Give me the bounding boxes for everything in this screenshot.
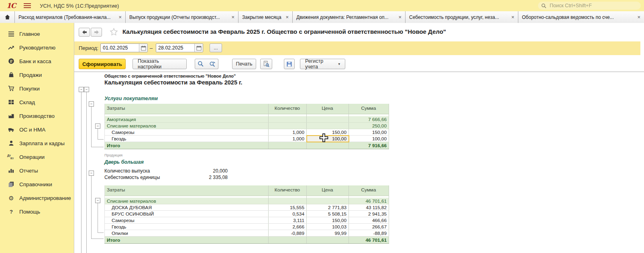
cell[interactable]: 15,555: [269, 204, 307, 211]
cell[interactable]: БРУС ОСИНОВЫЙ: [105, 211, 269, 217]
cell[interactable]: [269, 198, 307, 204]
collapse-group-door-button[interactable]: −: [89, 171, 94, 176]
cell[interactable]: Итого: [105, 237, 269, 244]
period-more-button[interactable]: ...: [210, 43, 222, 52]
tab-dvizheniya-dokumenta[interactable]: Движения документа: Регламентная оп... ×: [293, 11, 406, 23]
stat-value[interactable]: 20,000: [213, 168, 228, 174]
sidebar-item-zarplata-i-kadry[interactable]: Зарплата и кадры: [0, 136, 74, 150]
global-search[interactable]: [538, 2, 641, 10]
forward-button[interactable]: [91, 28, 102, 37]
cell[interactable]: 7 916,66: [349, 142, 389, 149]
cell[interactable]: 466,66: [349, 217, 389, 224]
cell[interactable]: [307, 198, 349, 204]
sidebar-item-pomosch[interactable]: ? Помощь: [0, 205, 74, 218]
group-header-door[interactable]: Дверь большая: [104, 159, 144, 165]
cell[interactable]: 5 508,15: [307, 211, 349, 217]
tab-vypusk-produkcii[interactable]: Выпуск продукции (Отчеты производст... ×: [126, 11, 238, 23]
cell[interactable]: 1,000: [269, 136, 307, 142]
cell[interactable]: [269, 237, 307, 244]
cell[interactable]: Гвоздь: [105, 224, 269, 230]
sidebar-item-pokupki[interactable]: Покупки: [0, 82, 74, 95]
selected-cell[interactable]: 100,00: [307, 136, 349, 142]
period-from-field[interactable]: [100, 43, 148, 52]
cell[interactable]: Саморезы: [105, 217, 269, 224]
cell[interactable]: 3,111: [269, 217, 307, 224]
tab-raskhod-materialov[interactable]: Расход материалов (Требования-накла... ×: [15, 11, 126, 23]
cell[interactable]: [307, 116, 349, 123]
cell[interactable]: 150,00: [307, 129, 349, 136]
cell[interactable]: 100,03: [307, 224, 349, 230]
cell[interactable]: 7 666,66: [349, 116, 389, 123]
tab-sebestoimost[interactable]: Себестоимость продукции, услуг, неза... …: [406, 11, 518, 23]
sidebar-item-bank-i-kassa[interactable]: Р Банк и касса: [0, 54, 74, 68]
cell[interactable]: Списание материалов: [105, 123, 269, 129]
cell[interactable]: 99,99: [307, 230, 349, 237]
tab-oborotno-saldovaya[interactable]: Оборотно-сальдовая ведомость по сче... ×: [518, 11, 644, 23]
calendar-icon[interactable]: [139, 44, 147, 52]
period-to-input[interactable]: [156, 45, 194, 51]
print-button[interactable]: Печать: [232, 59, 256, 69]
register-menu-button[interactable]: Регистр учета ▾: [300, 59, 345, 69]
cell[interactable]: Списание материалов: [105, 198, 269, 204]
generate-button[interactable]: Сформировать: [79, 59, 126, 69]
period-to-field[interactable]: [156, 43, 203, 52]
find-next-button[interactable]: [206, 59, 218, 69]
cell[interactable]: [307, 237, 349, 244]
sidebar-item-otchety[interactable]: Отчеты: [0, 164, 74, 177]
cell[interactable]: 43 115,82: [349, 204, 389, 211]
cell[interactable]: 100,00: [349, 136, 389, 142]
cell[interactable]: Амортизация: [105, 116, 269, 123]
close-icon[interactable]: ×: [285, 14, 289, 20]
collapse-materials1-button[interactable]: −: [95, 123, 100, 129]
sidebar-item-proizvodstvo[interactable]: Производство: [0, 109, 74, 123]
sidebar-item-rukovoditelyu[interactable]: Руководителю: [0, 41, 74, 54]
cell[interactable]: Гвоздь: [105, 136, 269, 142]
close-icon[interactable]: ×: [637, 14, 640, 20]
sidebar-item-glavnoe[interactable]: Главное: [0, 27, 74, 41]
sidebar-item-os-i-nma[interactable]: ОС и НМА: [0, 123, 74, 136]
cell[interactable]: 150,00: [307, 217, 349, 224]
calendar-icon[interactable]: [194, 44, 203, 52]
cell[interactable]: -88,89: [349, 230, 389, 237]
close-icon[interactable]: ×: [118, 14, 122, 20]
cell[interactable]: 266,67: [349, 224, 389, 230]
cell[interactable]: Опилки: [105, 230, 269, 237]
cell[interactable]: 150,00: [349, 129, 389, 136]
collapse-level-button[interactable]: −: [84, 87, 89, 92]
cell[interactable]: 2,666: [269, 224, 307, 230]
main-menu-icon[interactable]: [24, 3, 31, 8]
cell[interactable]: ДОСКА ДУБОВАЯ: [105, 204, 269, 211]
cell[interactable]: 1,000: [269, 129, 307, 136]
cell[interactable]: 0,534: [269, 211, 307, 217]
find-button[interactable]: [195, 59, 207, 69]
search-input[interactable]: [549, 2, 631, 9]
cell[interactable]: [307, 123, 349, 129]
tab-zakrytie-mesyaca[interactable]: Закрытие месяца ×: [238, 11, 293, 23]
close-icon[interactable]: ×: [231, 14, 234, 20]
sidebar-item-prodazhi[interactable]: Продажи: [0, 68, 74, 82]
cell[interactable]: [269, 142, 307, 149]
cell[interactable]: [269, 116, 307, 123]
sidebar-item-sklad[interactable]: Склад: [0, 95, 74, 109]
cell[interactable]: 46 701,61: [349, 237, 389, 244]
period-from-input[interactable]: [101, 45, 139, 51]
sidebar-item-administrirovanie[interactable]: ⚙ Администрирование: [0, 191, 74, 205]
cell[interactable]: [269, 123, 307, 129]
collapse-level-button[interactable]: −: [79, 87, 84, 92]
close-icon[interactable]: ×: [398, 14, 401, 20]
show-settings-button[interactable]: Показать настройки: [132, 59, 187, 69]
collapse-materials2-button[interactable]: −: [95, 198, 100, 203]
cell[interactable]: Саморезы: [105, 129, 269, 136]
home-tab[interactable]: [0, 11, 15, 23]
cell[interactable]: 250,00: [349, 123, 389, 129]
sidebar-item-spravochniki[interactable]: Справочники: [0, 177, 74, 191]
cell[interactable]: [307, 142, 349, 149]
group-header-services[interactable]: Услуги покупателям: [104, 96, 158, 101]
print-preview-button[interactable]: [260, 59, 272, 69]
favorite-star-icon[interactable]: [110, 28, 118, 37]
cell[interactable]: 2 771,83: [307, 204, 349, 211]
stat-value[interactable]: 2 335,08: [209, 175, 228, 180]
save-button[interactable]: [284, 59, 295, 69]
close-icon[interactable]: ×: [511, 14, 514, 20]
cell[interactable]: 46 701,61: [349, 198, 389, 204]
